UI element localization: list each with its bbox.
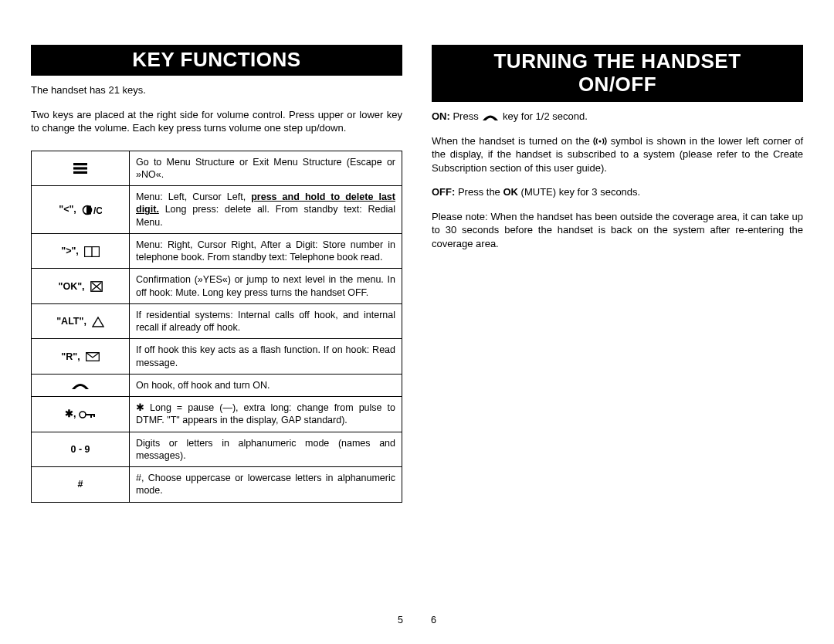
heading-line-2: ON/OFF: [578, 73, 656, 97]
on-symbol-paragraph: When the handset is turned on the symbol…: [432, 134, 803, 175]
page-number-right: 6: [431, 614, 436, 627]
right-column: TURNING THE HANDSET ON/OFF ON: Press key…: [432, 45, 803, 621]
off-b: (MUTE) key for 3 seconds.: [518, 186, 640, 198]
left-column: KEY FUNCTIONS The handset has 21 keys. T…: [31, 45, 402, 621]
note-paragraph: Please note: When the handset has been o…: [432, 210, 803, 251]
key-cell-digits: 0 - 9: [32, 432, 130, 467]
desc-cell: ✱ Long = pause (—), extra long: change f…: [130, 397, 402, 432]
phone-hook-icon: [70, 381, 90, 391]
svg-rect-16: [93, 414, 95, 417]
on-paragraph: ON: Press key for 1/2 second.: [432, 110, 803, 124]
book-icon: [84, 246, 100, 257]
svg-point-13: [80, 412, 86, 418]
key-functions-intro-1: The handset has 21 keys.: [31, 83, 402, 97]
key-functions-heading: KEY FUNCTIONS: [31, 45, 402, 76]
off-label: OFF:: [432, 186, 455, 198]
cancel-icon: /C: [82, 205, 102, 215]
table-row: ✱, ✱ Long = pause (—), extra long: chang…: [32, 397, 402, 432]
desc-cell: If off hook this key acts as a flash fun…: [130, 339, 402, 375]
desc-cell: #, Choose uppercase or lowercase letters…: [130, 467, 402, 503]
desc-cell: Digits or letters in alphanumeric mode (…: [130, 432, 402, 467]
table-row: # #, Choose uppercase or lowercase lette…: [32, 467, 402, 503]
svg-marker-11: [93, 317, 103, 327]
antenna-signal-icon: [593, 136, 607, 147]
svg-rect-2: [73, 171, 87, 174]
key-label-text: "<",: [59, 204, 76, 215]
svg-rect-1: [73, 168, 87, 170]
desc-cell: On hook, off hook and turn ON.: [130, 374, 402, 396]
svg-rect-4: [86, 206, 91, 215]
svg-rect-15: [90, 414, 92, 418]
mute-icon: [90, 281, 103, 292]
svg-point-17: [599, 141, 602, 143]
desc-cell: Go to Menu Structure or Exit Menu Struct…: [130, 151, 402, 186]
phone-hook-icon: [481, 114, 500, 121]
table-row: Go to Menu Structure or Exit Menu Struct…: [32, 151, 402, 186]
on-b: key for 1/2 second.: [503, 110, 588, 122]
table-row: "R", If off hook this key acts as a flas…: [32, 339, 402, 375]
triangle-icon: [92, 317, 104, 327]
desc-b: Long press: delete all. From standby tex…: [136, 204, 395, 227]
key-cell-menu: [32, 151, 130, 186]
page: KEY FUNCTIONS The handset has 21 keys. T…: [0, 0, 834, 644]
turning-handset-heading: TURNING THE HANDSET ON/OFF: [432, 45, 803, 102]
key-cell-alt: "ALT",: [32, 303, 130, 339]
envelope-icon: [86, 352, 100, 361]
desc-cell: Confirmation (»YES«) or jump to next lev…: [130, 269, 402, 304]
key-cell-hook: [32, 374, 130, 396]
off-ok: OK: [503, 186, 518, 198]
p2a: When the handset is turned on the: [432, 135, 593, 147]
table-row: ">", Menu: Right, Cursor Right, After a …: [32, 233, 402, 269]
key-label-text: "OK",: [58, 281, 84, 292]
svg-text:/C: /C: [93, 205, 102, 216]
key-cell-left: "<", /C: [32, 186, 130, 234]
key-functions-intro-2: Two keys are placed at the right side fo…: [31, 108, 402, 135]
table-row: 0 - 9 Digits or letters in alphanumeric …: [32, 432, 402, 467]
table-row: "ALT", If residential systems: Internal …: [32, 303, 402, 339]
desc-cell: Menu: Right, Cursor Right, After a Digit…: [130, 233, 402, 269]
on-a: Press: [453, 110, 481, 122]
key-cell-ok: "OK",: [32, 269, 130, 304]
key-cell-star: ✱,: [32, 397, 130, 432]
heading-line-1: TURNING THE HANDSET: [493, 50, 741, 73]
on-label: ON:: [432, 110, 453, 122]
key-label-text: ">",: [61, 246, 79, 256]
page-numbers: 5 6: [398, 614, 436, 627]
page-number-left: 5: [398, 614, 403, 627]
table-row: "OK", Confirmation (»YES«) or jump to ne…: [32, 269, 402, 304]
svg-rect-0: [73, 163, 87, 165]
desc-cell: If residential systems: Internal calls o…: [130, 303, 402, 339]
key-label-text: "ALT",: [56, 316, 86, 327]
off-a: Press the: [455, 186, 503, 198]
key-cell-r: "R",: [32, 339, 130, 375]
key-label-text: "R",: [61, 351, 80, 362]
desc-cell: Menu: Left, Cursor Left, press and hold …: [130, 186, 402, 234]
key-cell-hash: #: [32, 467, 130, 503]
key-functions-table: Go to Menu Structure or Exit Menu Struct…: [31, 151, 402, 503]
table-row: On hook, off hook and turn ON.: [32, 374, 402, 396]
key-cell-right: ">",: [32, 233, 130, 269]
desc-a: Menu: Left, Cursor Left,: [136, 192, 251, 202]
svg-rect-14: [86, 414, 94, 415]
menu-icon: [73, 163, 87, 174]
key-lock-icon: [79, 410, 96, 419]
table-row: "<", /C Menu: Left, Cursor Left, press a…: [32, 186, 402, 234]
off-paragraph: OFF: Press the OK (MUTE) key for 3 secon…: [432, 185, 803, 199]
key-label-text: ✱,: [65, 408, 79, 419]
